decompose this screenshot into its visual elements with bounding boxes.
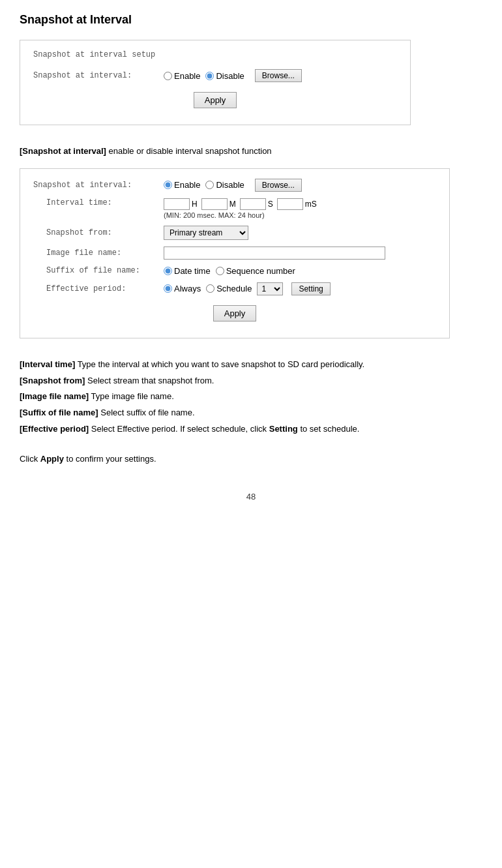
desc2-image-filename: [Image file name] Type image file name. — [20, 390, 482, 404]
effective-period-label: Effective period: — [33, 284, 164, 293]
suffix-sequence-label[interactable]: Sequence number — [216, 266, 295, 276]
desc1-plain: enable or disable interval snapshot func… — [109, 146, 272, 156]
interval-inputs: 0 H 1 M 0 S 0 mS — [164, 198, 319, 210]
section2-apply-btn[interactable]: Apply — [213, 305, 257, 322]
effective-period-row: Effective period: Always Schedule 1 2 3 … — [33, 282, 436, 295]
page-title: Snapshot at Interval — [20, 13, 482, 27]
interval-time-label: Interval time: — [33, 198, 164, 207]
desc2-ca-text2: to confirm your settings. — [66, 454, 156, 464]
desc2-it-bold: [Interval time] — [20, 359, 75, 369]
setting-btn[interactable]: Setting — [291, 282, 330, 295]
desc2-ep-text: Select Effective period. If select sched… — [91, 424, 269, 434]
desc2-ep-setting: Setting — [269, 424, 298, 434]
interval-s-input[interactable]: 0 — [240, 198, 266, 210]
desc2-ep-text2: to set schedule. — [300, 424, 359, 434]
effective-schedule-label[interactable]: Schedule — [206, 284, 252, 293]
interval-time-row: Interval time: 0 H 1 M 0 S 0 mS (MIN: 20… — [33, 198, 436, 219]
desc2-it-text: Type the interval at which you want to s… — [78, 359, 365, 369]
desc2-su-text: Select suffix of file name. — [100, 408, 194, 417]
desc2-if-bold: [Image file name] — [20, 391, 89, 401]
suffix-label: Suffix of file name: — [33, 266, 164, 275]
image-filename-row: Image file name: P — [33, 247, 436, 260]
description1: [Snapshot at interval] enable or disable… — [20, 145, 482, 158]
section1-radio-group: Enable Disable Browse... — [164, 69, 302, 82]
desc2-interval-time: [Interval time] Type the interval at whi… — [20, 358, 482, 372]
snapshot-from-label: Snapshot from: — [33, 228, 164, 237]
desc2-click-apply: Click Apply to confirm your settings. — [20, 453, 482, 466]
section1-label: Snapshot at interval: — [33, 71, 164, 80]
snapshot-from-row: Snapshot from: Primary stream Secondary … — [33, 226, 436, 240]
section2-disable-label[interactable]: Disable — [205, 180, 244, 190]
effective-always-label[interactable]: Always — [164, 284, 201, 293]
section1-disable-radio[interactable] — [205, 72, 214, 80]
image-filename-input[interactable]: P — [164, 247, 385, 260]
section2-enable-label[interactable]: Enable — [164, 180, 200, 190]
desc2-ca-bold: Apply — [40, 454, 64, 464]
section2-radio-group: Enable Disable Browse... — [164, 179, 302, 192]
section1-enable-radio[interactable] — [164, 72, 172, 80]
snapshot-interval-row1: Snapshot at interval: Enable Disable Bro… — [33, 69, 397, 82]
desc2-ep-bold: [Effective period] — [20, 424, 89, 434]
section1-apply-center: Apply — [33, 92, 397, 108]
interval-note: (MIN: 200 msec. MAX: 24 hour) — [164, 211, 319, 219]
interval-m-unit: M — [229, 200, 236, 209]
desc1-bold: [Snapshot at interval] — [20, 146, 106, 156]
desc2-sf-bold: [Snapshot from] — [20, 376, 85, 385]
desc2-snapshot-from: [Snapshot from] Select stream that snaps… — [20, 374, 482, 388]
section2-box: Snapshot at interval: Enable Disable Bro… — [20, 168, 450, 338]
schedule-num-select[interactable]: 1 2 3 4 — [257, 282, 283, 295]
suffix-row: Suffix of file name: Date time Sequence … — [33, 266, 436, 276]
desc2-ca-text1: Click — [20, 454, 40, 464]
interval-time-wrap: 0 H 1 M 0 S 0 mS (MIN: 200 msec. MAX: 24… — [164, 198, 319, 219]
desc2-effective: [Effective period] Select Effective peri… — [20, 423, 482, 436]
section1-title: Snapshot at interval setup — [33, 50, 397, 59]
section1-browse-btn[interactable]: Browse... — [255, 69, 302, 82]
section2-interval-row: Snapshot at interval: Enable Disable Bro… — [33, 179, 436, 192]
section2-apply-center: Apply — [33, 305, 436, 322]
desc2-sf-text: Select stream that snapshot from. — [87, 376, 214, 385]
section2-interval-label: Snapshot at interval: — [33, 181, 164, 190]
effective-always-radio[interactable] — [164, 284, 172, 293]
section1-enable-label[interactable]: Enable — [164, 71, 200, 81]
section2-browse-btn[interactable]: Browse... — [255, 179, 302, 192]
description2: [Interval time] Type the interval at whi… — [20, 358, 482, 466]
snapshot-from-select[interactable]: Primary stream Secondary stream — [164, 226, 248, 240]
effective-schedule-radio[interactable] — [206, 284, 214, 293]
suffix-datetime-radio[interactable] — [164, 267, 172, 275]
interval-h-unit: H — [192, 200, 198, 209]
desc2-if-text: Type image file name. — [91, 391, 174, 401]
page-number: 48 — [20, 492, 482, 501]
section1-box: Snapshot at interval setup Snapshot at i… — [20, 40, 411, 125]
suffix-sequence-radio[interactable] — [216, 267, 224, 275]
section2-enable-radio[interactable] — [164, 181, 172, 189]
desc2-su-bold: [Suffix of file name] — [20, 408, 98, 417]
section2-disable-radio[interactable] — [205, 181, 214, 189]
desc2-suffix: [Suffix of file name] Select suffix of f… — [20, 406, 482, 420]
interval-ms-unit: mS — [305, 200, 317, 209]
section1-apply-btn[interactable]: Apply — [194, 92, 237, 108]
interval-s-unit: S — [268, 200, 273, 209]
interval-m-input[interactable]: 1 — [201, 198, 228, 210]
interval-ms-input[interactable]: 0 — [277, 198, 303, 210]
section1-disable-label[interactable]: Disable — [205, 71, 244, 81]
interval-h-input[interactable]: 0 — [164, 198, 190, 210]
description1-text: [Snapshot at interval] enable or disable… — [20, 145, 482, 158]
effective-radio-group: Always Schedule 1 2 3 4 Setting — [164, 282, 331, 295]
image-filename-label: Image file name: — [33, 248, 164, 258]
suffix-datetime-label[interactable]: Date time — [164, 266, 211, 276]
suffix-radio-group: Date time Sequence number — [164, 266, 295, 276]
